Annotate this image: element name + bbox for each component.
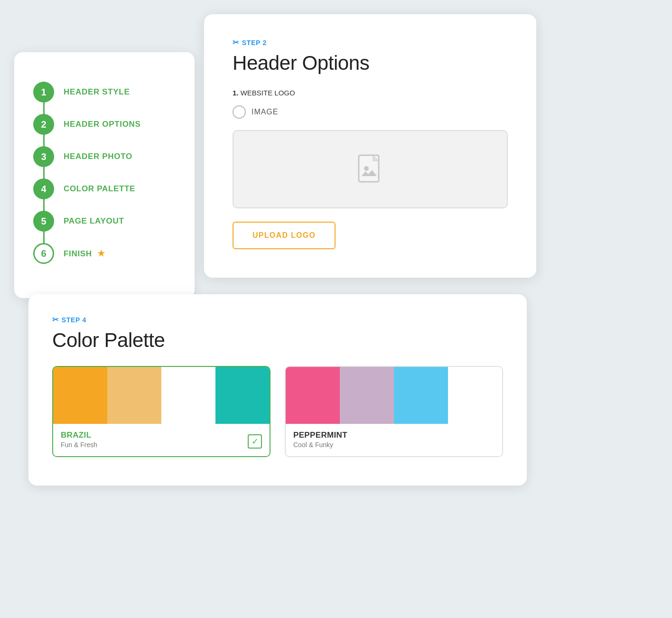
radio-image[interactable] — [233, 105, 246, 119]
brazil-info: BRAZIL Fun & Fresh ✓ — [53, 424, 270, 456]
palette-grid: BRAZIL Fun & Fresh ✓ PEPPERMINT Cool & F… — [52, 366, 503, 457]
step-item-2[interactable]: 2 Header Options — [33, 108, 176, 140]
step-tag: ✂ STEP 2 — [233, 38, 508, 47]
palette-item-brazil[interactable]: BRAZIL Fun & Fresh ✓ — [52, 366, 271, 457]
peppermint-swatch-4 — [448, 367, 502, 424]
step-item-4[interactable]: 4 Color Palette — [33, 173, 176, 205]
peppermint-desc: Cool & Funky — [293, 441, 347, 449]
peppermint-swatch-1 — [286, 367, 340, 424]
step-label-2: Header Options — [64, 120, 141, 129]
file-image-icon — [357, 153, 383, 186]
step-circle-6: 6 — [33, 243, 54, 264]
brazil-swatch-4 — [215, 367, 270, 424]
sidebar-card: 1 Header Style 2 Header Options 3 Header… — [14, 52, 195, 298]
step-label-6: Finish ★ — [64, 248, 105, 259]
brazil-check-icon: ✓ — [248, 434, 262, 449]
section-label: 1. WEBSITE LOGO — [233, 89, 508, 97]
peppermint-info: PEPPERMINT Cool & Funky — [286, 424, 502, 456]
step-circle-2: 2 — [33, 114, 54, 135]
step-label-5: Page Layout — [64, 216, 124, 226]
step-label-3: Header Photo — [64, 152, 132, 161]
scissors-icon-2: ✂ — [52, 315, 59, 324]
palette-card-title: Color Palette — [52, 329, 503, 352]
card-title: Header Options — [233, 52, 508, 75]
step-item-3[interactable]: 3 Header Photo — [33, 140, 176, 173]
step-circle-4: 4 — [33, 178, 54, 199]
brazil-swatch-1 — [53, 367, 107, 424]
step-label-1: Header Style — [64, 87, 130, 97]
palette-card: ✂ STEP 4 Color Palette BRAZIL Fun & Fres… — [28, 294, 527, 486]
peppermint-swatch-2 — [340, 367, 394, 424]
step-label-4: Color Palette — [64, 184, 135, 194]
radio-image-label: IMAGE — [252, 108, 278, 116]
svg-point-1 — [364, 166, 369, 171]
brazil-swatch-2 — [107, 367, 161, 424]
upload-logo-button[interactable]: UPLOAD LOGO — [233, 222, 336, 249]
peppermint-swatch-3 — [394, 367, 448, 424]
step-circle-5: 5 — [33, 211, 54, 232]
step-item-5[interactable]: 5 Page Layout — [33, 205, 176, 237]
step-circle-3: 3 — [33, 146, 54, 167]
step-item-1[interactable]: 1 Header Style — [33, 76, 176, 108]
scissors-icon: ✂ — [233, 38, 239, 47]
image-drop-area[interactable] — [233, 130, 508, 208]
peppermint-swatches — [286, 367, 502, 424]
brazil-desc: Fun & Fresh — [61, 441, 97, 449]
peppermint-name: PEPPERMINT — [293, 431, 347, 440]
step-circle-1: 1 — [33, 82, 54, 103]
brazil-name: BRAZIL — [61, 431, 97, 440]
brazil-swatch-3 — [161, 367, 215, 424]
palette-item-peppermint[interactable]: PEPPERMINT Cool & Funky — [285, 366, 503, 457]
image-radio-row[interactable]: IMAGE — [233, 105, 508, 119]
palette-step-tag: ✂ STEP 4 — [52, 315, 503, 324]
star-icon: ★ — [97, 249, 105, 258]
brazil-swatches — [53, 367, 270, 424]
step-item-6[interactable]: 6 Finish ★ — [33, 237, 176, 270]
header-options-card: ✂ STEP 2 Header Options 1. WEBSITE LOGO … — [204, 14, 536, 278]
step-list: 1 Header Style 2 Header Options 3 Header… — [33, 76, 176, 270]
